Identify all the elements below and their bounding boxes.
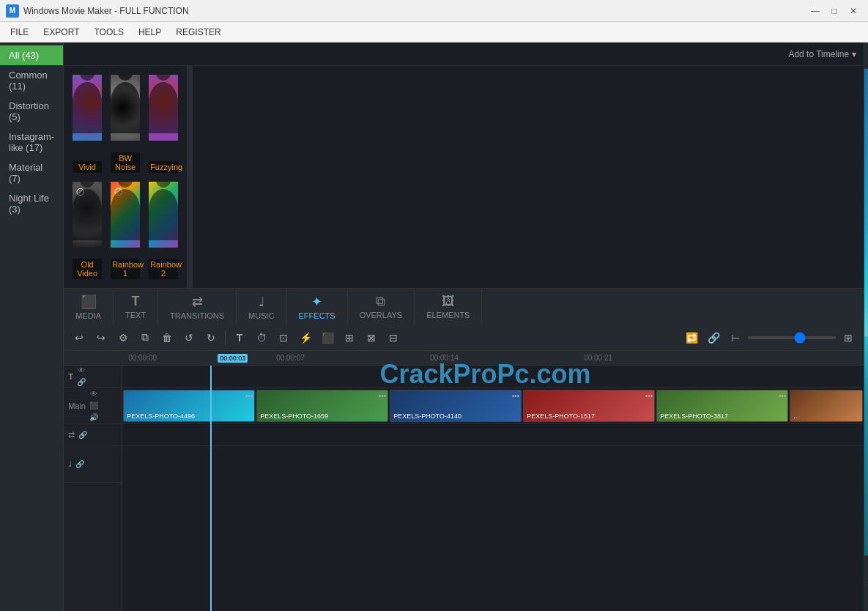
copy-button[interactable]: ⧉ (136, 328, 155, 347)
playback-controls: ⏮ ⏭ ▶ ⏹ 🔊 (864, 555, 868, 585)
effect-rainbow1-label: Rainbow 1 (111, 259, 140, 279)
ruler-mark-7: 00:00:07 (276, 354, 305, 362)
effect-fuzzying[interactable]: Fuzzying (147, 73, 179, 174)
menu-bar: FILE EXPORT TOOLS HELP REGISTER (0, 22, 868, 42)
audio-track (122, 446, 864, 475)
overlays-icon: ⧉ (376, 294, 385, 309)
media-icon: ⬛ (81, 294, 97, 310)
clip-2-label: PEXELS-PHOTO-1659 (260, 412, 328, 420)
sidebar-item-material[interactable]: Material (7) (0, 158, 63, 188)
tab-media[interactable]: ⬛ MEDIA (64, 289, 114, 325)
sidebar-item-nightlife[interactable]: Night Life (3) (0, 188, 63, 219)
effect-rainbow1[interactable]: ⊘ Rainbow 1 (109, 180, 141, 281)
zoom-slider[interactable] (748, 336, 836, 339)
effect-vivid-label: Vivid (73, 161, 102, 173)
sidebar-item-all[interactable]: All (43) (0, 45, 63, 65)
main-track-audio[interactable]: 🔊 (89, 412, 99, 423)
tab-transitions[interactable]: ⇄ TRANSITIONS (158, 289, 237, 325)
tab-overlays[interactable]: ⧉ OVERLAYS (348, 289, 415, 325)
close-button[interactable]: ✕ (845, 4, 862, 18)
clip-5-menu[interactable]: ••• (779, 392, 787, 400)
menu-tools[interactable]: TOOLS (86, 24, 130, 40)
main-track-lock[interactable]: ⬛ (89, 401, 99, 411)
ruler-mark-0: 00:00:00 (128, 354, 157, 362)
split-button[interactable]: ⊢ (726, 328, 745, 347)
crop-button[interactable]: ⊞ (340, 328, 359, 347)
loop-button[interactable]: 🔁 (682, 328, 701, 347)
clip-2[interactable]: ••• PEXELS-PHOTO-1659 (256, 390, 388, 422)
tab-music-label: MUSIC (248, 311, 274, 320)
redo-button[interactable]: ↪ (92, 328, 111, 347)
text-track-link[interactable]: 🔗 (76, 377, 86, 388)
rotate-button[interactable]: ↺ (179, 328, 199, 347)
menu-file[interactable]: FILE (3, 24, 36, 40)
sidebar-item-common[interactable]: Common (11) (0, 65, 63, 96)
track-content: ••• PEXELS-PHOTO-4496 ••• PEXELS-PHOTO-1… (122, 366, 864, 611)
effects-area: Add to Timeline ▾ Vivid (64, 42, 864, 288)
add-to-timeline-button[interactable]: Add to Timeline ▾ (788, 49, 856, 59)
text-track-eye[interactable]: 👁 (76, 366, 86, 376)
menu-export[interactable]: EXPORT (36, 24, 86, 40)
clip-4-menu[interactable]: ••• (645, 392, 653, 400)
window-controls[interactable]: — □ ✕ (806, 4, 862, 18)
tab-elements[interactable]: 🖼 ELEMENTS (415, 289, 482, 325)
main-track-eye[interactable]: 👁 (89, 389, 99, 399)
right-panel: Angle: ↺ ↻ ⇔ ⇕ (864, 42, 868, 611)
fx-track-link[interactable]: 🔗 (78, 430, 88, 440)
audio-track-link[interactable]: 🔗 (75, 459, 85, 470)
tab-music[interactable]: ♩ MUSIC (237, 289, 286, 325)
transform-button[interactable]: ⊠ (362, 328, 381, 347)
main-track-label: Main 👁 ⬛ 🔊 (64, 388, 122, 424)
tab-effects[interactable]: ✦ EFFECTS (287, 289, 348, 325)
menu-register[interactable]: REGISTER (168, 24, 228, 40)
main-track: ••• PEXELS-PHOTO-4496 ••• PEXELS-PHOTO-1… (122, 388, 864, 424)
clip-1[interactable]: ••• PEXELS-PHOTO-4496 (123, 390, 255, 422)
shape-button[interactable]: ⬛ (318, 328, 337, 347)
clip-4[interactable]: ••• PEXELS-PHOTO-1517 (523, 390, 655, 422)
effect-rainbow2-label: Rainbow 2 (149, 259, 178, 279)
menu-help[interactable]: HELP (131, 24, 168, 40)
effect-bwnoise[interactable]: BW Noise (109, 73, 141, 174)
app-logo: M (6, 4, 19, 18)
fx-arrow-icon: ⇄ (68, 430, 75, 440)
effect-oldvideo-label: Old Video (73, 259, 102, 279)
playhead-time: 00:00:03 (218, 351, 248, 365)
replay-button[interactable]: ↻ (201, 328, 220, 347)
minimize-button[interactable]: — (806, 4, 824, 18)
text-track (122, 366, 864, 388)
effect-vivid[interactable]: Vivid (71, 73, 103, 174)
clip-6-label: ... (793, 412, 799, 420)
grid-button[interactable]: ⊟ (384, 328, 403, 347)
clip-1-label: PEXELS-PHOTO-4496 (127, 412, 195, 420)
main-content: All (43) Common (11) Distortion (5) Inst… (0, 42, 868, 611)
effects-scrollbar[interactable] (187, 66, 193, 288)
fullscreen-button[interactable]: ⊞ (839, 328, 858, 347)
effect-oldvideo[interactable]: ⊘ Old Video (71, 180, 103, 281)
speed-button[interactable]: ⚡ (296, 328, 315, 347)
clip-5[interactable]: ••• PEXELS-PHOTO-3817 (656, 390, 788, 422)
undo-button[interactable]: ↩ (70, 328, 89, 347)
clip-4-label: PEXELS-PHOTO-1517 (527, 412, 595, 420)
maximize-button[interactable]: □ (826, 4, 843, 18)
audio-note-icon: ♩ (68, 459, 72, 469)
tab-text[interactable]: T TEXT (114, 289, 158, 325)
effect-fuzzying-label: Fuzzying (149, 161, 178, 173)
adjust-button[interactable]: ⚙ (114, 328, 133, 347)
sidebar-item-distortion[interactable]: Distortion (5) (0, 96, 63, 127)
clip-3-label: PEXELS-PHOTO-4140 (393, 412, 461, 420)
effect-rainbow2[interactable]: Rainbow 2 (147, 180, 179, 281)
clip-3[interactable]: ••• PEXELS-PHOTO-4140 (390, 390, 522, 422)
elements-icon: 🖼 (442, 294, 455, 309)
clip-2-menu[interactable]: ••• (379, 392, 387, 400)
link-button[interactable]: 🔗 (704, 328, 723, 347)
clip-6[interactable]: ... (790, 390, 863, 422)
delete-button[interactable]: 🗑 (157, 328, 177, 347)
fit-button[interactable]: ⊡ (274, 328, 293, 347)
clip-3-menu[interactable]: ••• (512, 392, 520, 400)
tab-media-label: MEDIA (75, 311, 101, 320)
text-tl-button[interactable]: T (230, 328, 249, 347)
timer-button[interactable]: ⏱ (252, 328, 271, 347)
effects-toolbar: Add to Timeline ▾ (64, 42, 864, 66)
clip-1-menu[interactable]: ••• (245, 392, 253, 400)
sidebar-item-instagram[interactable]: Instagram-like (17) (0, 127, 63, 158)
